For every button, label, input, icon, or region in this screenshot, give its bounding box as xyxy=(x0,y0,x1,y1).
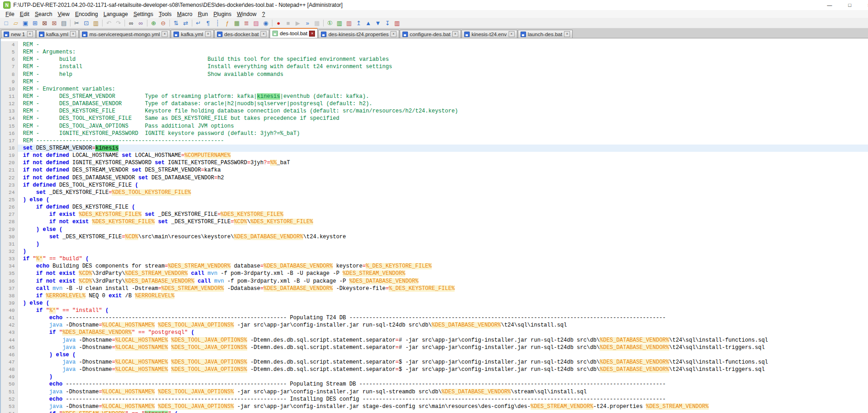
cut-button[interactable]: ✂ xyxy=(72,19,81,27)
code-text[interactable]: if "%*" == "install" ( xyxy=(18,307,868,314)
code-text[interactable]: ) else ( xyxy=(18,351,868,359)
redo-button[interactable]: ↷ xyxy=(114,19,123,27)
macro-play-button[interactable]: ▶ xyxy=(293,19,303,27)
code-text[interactable]: java -Dhostname=%LOCAL_HOSTNAME% %DES_TO… xyxy=(18,322,868,329)
menu-item-encoding[interactable]: Encoding xyxy=(72,11,101,17)
tab-close-icon[interactable]: × xyxy=(564,31,570,37)
tab-kafka-yml[interactable]: kafka.yml× xyxy=(36,30,79,38)
code-text[interactable]: ) xyxy=(18,373,868,381)
open-file-button[interactable]: ▱ xyxy=(11,19,21,27)
code-text[interactable]: if defined DES_KEYSTORE_FILE ( xyxy=(18,204,868,211)
macro-run-multiple-button[interactable]: » xyxy=(303,19,312,27)
code-text[interactable]: ) else ( xyxy=(18,300,868,307)
code-text[interactable]: if not defined IGNITE_KEYSTORE_PASSWORD … xyxy=(18,159,868,166)
code-text[interactable]: if not exist %DES_KEYSTORE_FILE% set _DE… xyxy=(18,218,868,225)
tab-close-icon[interactable]: × xyxy=(509,31,515,37)
code-text[interactable]: echo -----------------------------------… xyxy=(18,381,868,388)
menu-item-help[interactable]: ? xyxy=(259,11,268,17)
tab-new-1[interactable]: new 1× xyxy=(1,30,36,38)
save-all-button[interactable]: ⊞ xyxy=(30,19,40,27)
menu-item-tools[interactable]: Tools xyxy=(156,11,174,17)
function-list-button[interactable]: ƒ xyxy=(222,19,232,27)
tab-close-icon[interactable]: × xyxy=(162,31,168,37)
restore-button[interactable]: □ xyxy=(840,0,860,10)
menu-item-macro[interactable]: Macro xyxy=(174,11,195,17)
tab-close-icon[interactable]: × xyxy=(391,31,396,37)
word-wrap-button[interactable]: ↵ xyxy=(194,19,203,27)
code-text[interactable]: REM - DES_DATABASE_VENDOR Type of databa… xyxy=(18,100,868,107)
code-text[interactable]: echo Building DES components for stream=… xyxy=(18,263,868,270)
code-text[interactable]: ) xyxy=(18,248,868,255)
new-file-button[interactable]: □ xyxy=(1,19,11,27)
compare-nav-bar-button[interactable]: ▥ xyxy=(392,19,402,27)
code-text[interactable]: set _DES_KEYSTORE_FILE=%DES_TOOL_KEYSTOR… xyxy=(18,189,868,196)
tab-configure-des-bat[interactable]: configure-des.bat× xyxy=(400,30,461,38)
macro-save-button[interactable]: ▦ xyxy=(312,19,322,27)
code-text[interactable]: REM - DES_TOOL_KEYSTORE_FILE Same as DES… xyxy=(18,115,868,122)
code-text[interactable]: echo -----------------------------------… xyxy=(18,314,868,322)
zoom-out-button[interactable]: ⊖ xyxy=(158,19,168,27)
code-text[interactable]: call mvn -B -U clean install -Dstream=%D… xyxy=(18,285,868,292)
copy-button[interactable]: ⊡ xyxy=(81,19,91,27)
tab-close-icon[interactable]: × xyxy=(27,31,33,37)
document-list-button[interactable]: ≣ xyxy=(242,19,251,27)
sync-vertical-scroll-button[interactable]: ⇅ xyxy=(171,19,181,27)
code-text[interactable]: if not exist %CD%\3rdParty\%DES_STREAM_V… xyxy=(18,270,868,277)
tab-launch-des-bat[interactable]: launch-des.bat× xyxy=(518,30,573,38)
tab-des-tool-bat[interactable]: des-tool.bat× xyxy=(270,28,318,38)
tab-close-icon[interactable]: × xyxy=(260,31,266,37)
tab-ms-servicerequest-mongo-yml[interactable]: ms-servicerequest-mongo.yml× xyxy=(79,30,170,38)
compare-button[interactable]: ▥ xyxy=(335,19,344,27)
indent-guide-button[interactable]: ┊ xyxy=(213,19,222,27)
code-text[interactable]: java -Dhostname=%LOCAL_HOSTNAME% %DES_TO… xyxy=(18,388,868,396)
code-text[interactable]: java -Dhostname=%LOCAL_HOSTNAME% %DES_TO… xyxy=(18,337,868,344)
code-text[interactable]: java -Dhostname=%LOCAL_HOSTNAME% %DES_TO… xyxy=(18,359,868,366)
code-text[interactable]: set _DES_KEYSTORE_FILE=%CD%\src\main\res… xyxy=(18,233,868,241)
code-text[interactable]: echo -----------------------------------… xyxy=(18,396,868,403)
code-text[interactable]: REM - DES_KEYSTORE_FILE Keystore file ho… xyxy=(18,107,868,115)
code-text[interactable]: if "%*" == "build" ( xyxy=(18,255,868,263)
code-text[interactable]: java -Dhostname=%LOCAL_HOSTNAME% %DES_TO… xyxy=(18,366,868,373)
code-text[interactable]: REM - IGNITE_KEYSTORE_PASSWORD IGNITE ke… xyxy=(18,130,868,137)
folder-as-workspace-button[interactable]: ▨ xyxy=(251,19,261,27)
diff-prev-button[interactable]: ▲ xyxy=(363,19,373,27)
paste-button[interactable]: ▥ xyxy=(91,19,101,27)
code-text[interactable]: java -Dhostname=%LOCAL_HOSTNAME% %DES_TO… xyxy=(18,403,868,410)
tab-kafka-yml[interactable]: kafka.yml× xyxy=(171,30,214,38)
code-text[interactable]: REM - DES_TOOL_JAVA_OPTIONS Pass additio… xyxy=(18,123,868,130)
code-text[interactable]: if "%DES_DATABASE_VENDOR%" == "postgresq… xyxy=(18,329,868,336)
code-text[interactable]: REM - xyxy=(18,78,868,86)
code-text[interactable]: if %ERRORLEVEL% NEQ 0 exit /B %ERRORLEVE… xyxy=(18,292,868,300)
code-text[interactable]: if not defined DES_DATABASE_VENDOR set D… xyxy=(18,174,868,182)
tab-close-icon[interactable]: × xyxy=(70,31,76,37)
code-text[interactable]: ) else ( xyxy=(18,196,868,204)
compare-set-first-button[interactable]: ① xyxy=(325,19,335,27)
show-all-characters-button[interactable]: ¶ xyxy=(203,19,213,27)
editor[interactable]: 4REM -5REM - Arguments:6REM - build Buil… xyxy=(0,38,868,413)
tab-kinesis-t24-env[interactable]: kinesis-t24.env× xyxy=(461,30,517,38)
save-button[interactable]: ▣ xyxy=(21,19,30,27)
code-text[interactable]: ) xyxy=(18,241,868,248)
code-text[interactable]: if exist %DES_KEYSTORE_FILE% set _DES_KE… xyxy=(18,211,868,218)
code-text[interactable]: if not defined DES_STREAM_VENDOR set DES… xyxy=(18,166,868,174)
macro-record-button[interactable]: ● xyxy=(274,19,283,27)
undo-button[interactable]: ↶ xyxy=(104,19,114,27)
replace-button[interactable]: ∞ xyxy=(136,19,146,27)
tab-close-icon[interactable]: × xyxy=(452,31,458,37)
menu-item-file[interactable]: File xyxy=(3,11,17,17)
code-text[interactable]: REM ------------------------------------… xyxy=(18,137,868,145)
code-text[interactable]: if "%DES_STREAM_VENDOR%" == "kinesis" ( xyxy=(18,410,868,413)
tab-close-icon[interactable]: × xyxy=(205,31,211,37)
menu-item-edit[interactable]: Edit xyxy=(17,11,32,17)
close-file-button[interactable]: ⊠ xyxy=(40,19,49,27)
tab-des-docker-bat[interactable]: des-docker.bat× xyxy=(214,30,269,38)
menu-item-language[interactable]: Language xyxy=(101,11,130,17)
tab-des-kinesis-t24-properties[interactable]: des-kinesis-t24.properties× xyxy=(318,30,399,38)
code-text[interactable]: REM - DES_STREAM_VENDOR Type of streamin… xyxy=(18,93,868,100)
menu-item-view[interactable]: View xyxy=(55,11,72,17)
menu-item-search[interactable]: Search xyxy=(32,11,55,17)
code-text[interactable]: REM - build Build this tool for the spec… xyxy=(18,56,868,63)
code-text[interactable]: REM - Arguments: xyxy=(18,48,868,56)
close-button[interactable]: × xyxy=(860,0,868,10)
menu-item-window[interactable]: Window xyxy=(234,11,260,17)
